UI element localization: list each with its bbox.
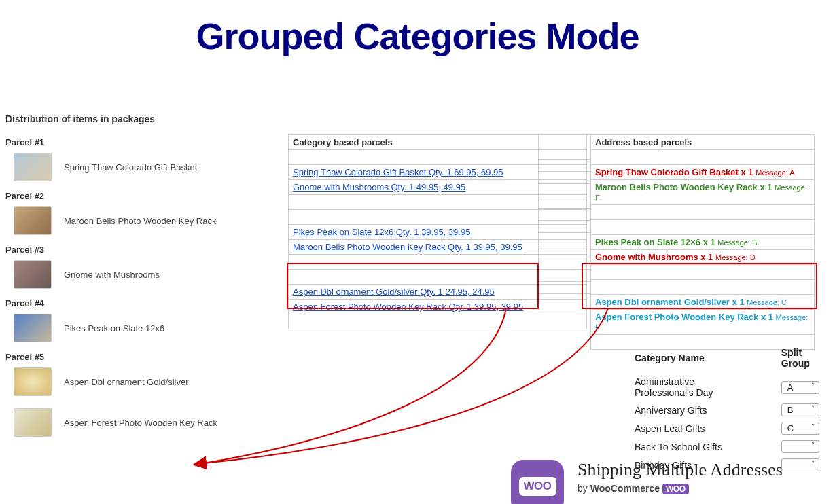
category-name: Aspen Leaf Gifts <box>630 420 760 437</box>
plugin-title: Shipping Multiple Addresses <box>578 460 783 480</box>
product-name: Aspen Dbl ornament Gold/silver <box>64 377 189 387</box>
address-row: Aspen Dbl ornament Gold/silver x 1 Messa… <box>591 295 815 310</box>
product-name: Spring Thaw Colorado Gift Basket <box>64 162 197 173</box>
parcel-block: Parcel #3 Gnome with Mushrooms <box>5 245 264 289</box>
split-group-select[interactable]: A <box>781 381 819 394</box>
product-thumbnail <box>14 206 52 235</box>
parcel-label: Parcel #2 <box>5 191 264 201</box>
parcel-link[interactable]: Gnome with Mushrooms Qty. 1 49.95, 49.95 <box>293 182 465 192</box>
split-group-select[interactable]: B <box>781 403 819 416</box>
parcel-block: Parcel #2 Maroon Bells Photo Wooden Key … <box>5 191 264 235</box>
page-title: Grouped Categories Mode <box>0 15 835 57</box>
col-header: Split Group <box>761 345 834 373</box>
parcel-label: Parcel #1 <box>5 137 264 147</box>
product-thumbnail <box>14 314 52 342</box>
parcel-label: Parcel #4 <box>5 298 264 308</box>
address-row: Maroon Bells Photo Wooden Key Rack x 1 M… <box>591 180 815 205</box>
split-group-table: Category Name Split Group Administrative… <box>629 344 835 475</box>
col-header: Category Name <box>630 345 760 373</box>
plugin-card: WOO Shipping Multiple Addresses by WooCo… <box>511 460 783 504</box>
parcel-label: Parcel #5 <box>5 352 264 362</box>
address-row: Aspen Forest Photo Wooden Key Rack x 1 M… <box>591 310 815 335</box>
distribution-heading: Distribution of items in packages <box>5 113 155 124</box>
category-name: Anniversary Gifts <box>630 401 760 418</box>
category-name: Back To School Gifts <box>630 438 760 455</box>
split-group-select[interactable] <box>781 458 819 471</box>
category-name: Administrative Professional's Day <box>630 374 760 400</box>
address-row: Spring Thaw Colorado Gift Basket x 1 Mes… <box>591 165 815 180</box>
spacer-column <box>538 134 591 294</box>
parcel-block: Parcel #5 Aspen Dbl ornament Gold/silver… <box>5 352 264 437</box>
product-thumbnail <box>14 260 52 289</box>
product-thumbnail <box>14 153 52 181</box>
woo-badge-text: WOO <box>519 477 556 496</box>
parcels-list: Parcel #1 Spring Thaw Colorado Gift Bask… <box>5 137 264 446</box>
plugin-author: by WooCommerce WOO <box>578 483 783 494</box>
woocommerce-icon: WOO <box>511 460 564 504</box>
product-name: Pikes Peak on Slate 12x6 <box>64 323 164 334</box>
product-thumbnail <box>14 408 52 437</box>
parcel-label: Parcel #3 <box>5 245 264 255</box>
parcel-block: Parcel #1 Spring Thaw Colorado Gift Bask… <box>5 137 264 181</box>
table-header: Address based parcels <box>591 135 815 150</box>
split-group-select[interactable] <box>781 440 819 453</box>
woo-badge-small: WOO <box>662 484 689 494</box>
parcel-block: Parcel #4 Pikes Peak on Slate 12x6 <box>5 298 264 342</box>
product-name: Aspen Forest Photo Wooden Key Rack <box>64 418 217 428</box>
parcel-link[interactable]: Aspen Forest Photo Wooden Key Rack Qty. … <box>293 302 523 312</box>
parcel-link[interactable]: Pikes Peak on Slate 12x6 Qty. 1 39.95, 3… <box>293 227 470 237</box>
split-group-select[interactable]: C <box>781 422 819 435</box>
address-row: Pikes Peak on Slate 12×6 x 1 Message: B <box>591 235 815 250</box>
parcel-link[interactable]: Maroon Bells Photo Wooden Key Rack Qty. … <box>293 242 522 252</box>
parcel-link[interactable]: Spring Thaw Colorado Gift Basket Qty. 1 … <box>293 167 503 177</box>
product-name: Gnome with Mushrooms <box>64 270 160 280</box>
product-name: Maroon Bells Photo Wooden Key Rack <box>64 216 217 226</box>
parcel-link[interactable]: Aspen Dbl ornament Gold/silver Qty. 1 24… <box>293 287 495 297</box>
address-parcels-table: Address based parcels Spring Thaw Colora… <box>590 134 815 350</box>
address-row: Gnome with Mushrooms x 1 Message: D <box>591 250 815 265</box>
product-thumbnail <box>14 367 52 396</box>
